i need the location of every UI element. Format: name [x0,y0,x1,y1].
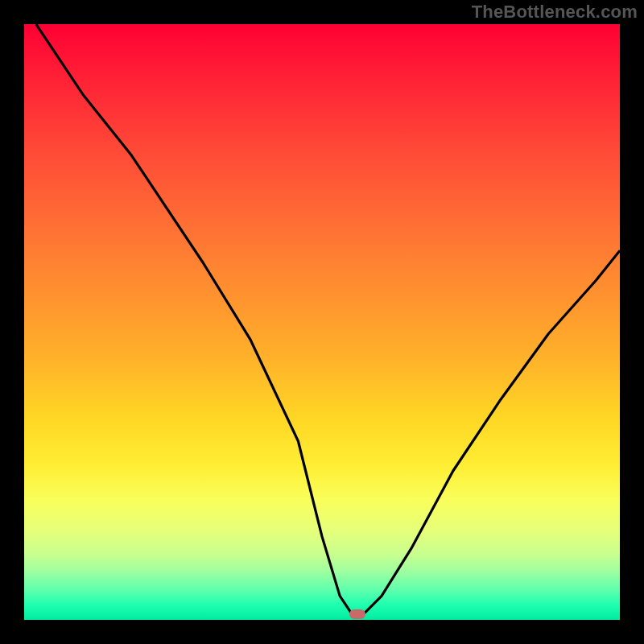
plot-area [24,24,620,620]
curve-path [36,24,620,614]
watermark-text: TheBottleneck.com [472,2,638,23]
optimum-marker [349,609,365,619]
chart-frame: TheBottleneck.com [0,0,644,644]
bottleneck-curve [24,24,620,620]
